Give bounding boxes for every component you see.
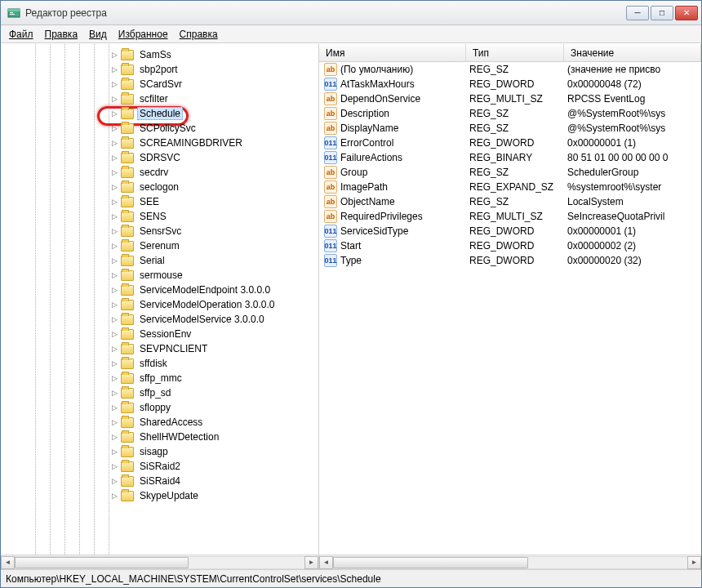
expander-icon[interactable]: ▷ — [110, 80, 119, 89]
scroll-track[interactable] — [15, 556, 304, 569]
scroll-track[interactable] — [333, 556, 687, 569]
tree-item[interactable]: ▷sermouse — [4, 268, 318, 283]
scroll-left-button[interactable]: ◄ — [319, 556, 333, 569]
expander-icon[interactable]: ▷ — [110, 154, 119, 163]
value-row[interactable]: 011FailureActionsREG_BINARY80 51 01 00 0… — [319, 150, 701, 165]
expander-icon[interactable]: ▷ — [110, 212, 119, 221]
values-hscrollbar[interactable]: ◄ ► — [319, 555, 701, 569]
tree-item[interactable]: ▷SiSRaid4 — [4, 474, 318, 488]
registry-tree[interactable]: ▷SamSs▷sbp2port▷SCardSvr▷scfilter▷Schedu… — [1, 44, 318, 555]
tree-item[interactable]: ▷SEE — [4, 194, 318, 209]
expander-icon[interactable]: ▷ — [110, 109, 119, 118]
tree-item[interactable]: ▷Serial — [4, 253, 318, 268]
expander-icon[interactable]: ▷ — [110, 183, 119, 192]
value-name: ImagePath — [340, 181, 469, 193]
expander-icon[interactable]: ▷ — [110, 301, 119, 310]
tree-item[interactable]: ▷scfilter — [4, 91, 318, 106]
expander-icon[interactable]: ▷ — [110, 374, 119, 383]
tree-item[interactable]: ▷ServiceModelOperation 3.0.0.0 — [4, 297, 318, 312]
tree-item[interactable]: ▷sfloppy — [4, 400, 318, 415]
expander-icon[interactable]: ▷ — [110, 51, 119, 60]
expander-icon[interactable]: ▷ — [110, 65, 119, 74]
value-row[interactable]: ab(По умолчанию)REG_SZ(значение не присв… — [319, 62, 701, 77]
expander-icon[interactable]: ▷ — [110, 256, 119, 265]
titlebar[interactable]: Редактор реестра ─ □ ✕ — [1, 1, 701, 25]
expander-icon[interactable]: ▷ — [110, 227, 119, 236]
tree-item[interactable]: ▷ShellHWDetection — [4, 430, 318, 444]
tree-item[interactable]: ▷sffp_mmc — [4, 371, 318, 385]
menu-view[interactable]: Вид — [84, 27, 112, 42]
maximize-button[interactable]: □ — [651, 6, 673, 20]
expander-icon[interactable]: ▷ — [110, 418, 119, 427]
tree-item[interactable]: ▷sbp2port — [4, 62, 318, 77]
folder-icon — [121, 461, 134, 472]
tree-item[interactable]: ▷SEVPNCLIENT — [4, 341, 318, 356]
tree-item[interactable]: ▷SiSRaid2 — [4, 459, 318, 474]
value-row[interactable]: abGroupREG_SZSchedulerGroup — [319, 165, 701, 180]
tree-item[interactable]: ▷SENS — [4, 209, 318, 224]
tree-item[interactable]: ▷SharedAccess — [4, 415, 318, 430]
value-row[interactable]: abImagePathREG_EXPAND_SZ%systemroot%\sys… — [319, 180, 701, 194]
tree-item[interactable]: ▷Serenum — [4, 238, 318, 253]
expander-icon[interactable]: ▷ — [110, 403, 119, 412]
menu-help[interactable]: Справка — [175, 27, 223, 42]
expander-icon[interactable]: ▷ — [110, 168, 119, 177]
expander-icon[interactable]: ▷ — [110, 330, 119, 339]
tree-item[interactable]: ▷sffp_sd — [4, 385, 318, 400]
tree-item[interactable]: ▷seclogon — [4, 180, 318, 194]
value-row[interactable]: abObjectNameREG_SZLocalSystem — [319, 194, 701, 209]
tree-item[interactable]: ▷SCardSvr — [4, 77, 318, 91]
tree-item[interactable]: ▷SkypeUpdate — [4, 488, 318, 503]
expander-icon[interactable]: ▷ — [110, 198, 119, 207]
header-value[interactable]: Значение — [564, 44, 701, 61]
value-row[interactable]: 011ServiceSidTypeREG_DWORD0x00000001 (1) — [319, 224, 701, 238]
expander-icon[interactable]: ▷ — [110, 315, 119, 324]
value-row[interactable]: abDependOnServiceREG_MULTI_SZRPCSS Event… — [319, 91, 701, 106]
tree-item[interactable]: ▷SessionEnv — [4, 327, 318, 341]
tree-item[interactable]: ▷Schedule — [4, 106, 318, 121]
header-type[interactable]: Тип — [466, 44, 564, 61]
tree-item[interactable]: ▷sisagp — [4, 444, 318, 459]
expander-icon[interactable]: ▷ — [110, 477, 119, 486]
tree-item[interactable]: ▷ServiceModelEndpoint 3.0.0.0 — [4, 283, 318, 297]
value-row[interactable]: 011ErrorControlREG_DWORD0x00000001 (1) — [319, 136, 701, 150]
expander-icon[interactable]: ▷ — [110, 462, 119, 471]
expander-icon[interactable]: ▷ — [110, 95, 119, 104]
expander-icon[interactable]: ▷ — [110, 286, 119, 295]
tree-item[interactable]: ▷secdrv — [4, 165, 318, 180]
header-name[interactable]: Имя — [319, 44, 466, 61]
tree-item[interactable]: ▷SDRSVC — [4, 150, 318, 165]
expander-icon[interactable]: ▷ — [110, 359, 119, 368]
tree-item[interactable]: ▷SensrSvc — [4, 224, 318, 238]
scroll-right-button[interactable]: ► — [687, 556, 701, 569]
tree-item[interactable]: ▷SCPolicySvc — [4, 121, 318, 136]
menu-edit[interactable]: Правка — [40, 27, 83, 42]
scroll-left-button[interactable]: ◄ — [1, 556, 15, 569]
menu-file[interactable]: Файл — [4, 27, 38, 42]
expander-icon[interactable]: ▷ — [110, 242, 119, 251]
tree-item[interactable]: ▷ServiceModelService 3.0.0.0 — [4, 312, 318, 327]
expander-icon[interactable]: ▷ — [110, 492, 119, 501]
minimize-button[interactable]: ─ — [626, 6, 649, 20]
expander-icon[interactable]: ▷ — [110, 271, 119, 280]
expander-icon[interactable]: ▷ — [110, 433, 119, 442]
value-row[interactable]: abRequiredPrivilegesREG_MULTI_SZSeIncrea… — [319, 209, 701, 224]
scroll-right-button[interactable]: ► — [304, 556, 318, 569]
expander-icon[interactable]: ▷ — [110, 345, 119, 354]
menu-favorites[interactable]: Избранное — [113, 27, 173, 42]
expander-icon[interactable]: ▷ — [110, 139, 119, 148]
values-list[interactable]: ab(По умолчанию)REG_SZ(значение не присв… — [319, 62, 701, 555]
value-row[interactable]: 011AtTaskMaxHoursREG_DWORD0x00000048 (72… — [319, 77, 701, 91]
value-row[interactable]: abDisplayNameREG_SZ@%SystemRoot%\sys — [319, 121, 701, 136]
expander-icon[interactable]: ▷ — [110, 448, 119, 457]
close-button[interactable]: ✕ — [675, 6, 698, 20]
expander-icon[interactable]: ▷ — [110, 124, 119, 133]
value-row[interactable]: abDescriptionREG_SZ@%SystemRoot%\sys — [319, 106, 701, 121]
tree-item[interactable]: ▷sffdisk — [4, 356, 318, 371]
value-row[interactable]: 011StartREG_DWORD0x00000002 (2) — [319, 238, 701, 253]
tree-item[interactable]: ▷SamSs — [4, 47, 318, 62]
value-row[interactable]: 011TypeREG_DWORD0x00000020 (32) — [319, 253, 701, 268]
expander-icon[interactable]: ▷ — [110, 389, 119, 398]
tree-hscrollbar[interactable]: ◄ ► — [1, 555, 318, 569]
tree-item[interactable]: ▷SCREAMINGBDRIVER — [4, 136, 318, 150]
